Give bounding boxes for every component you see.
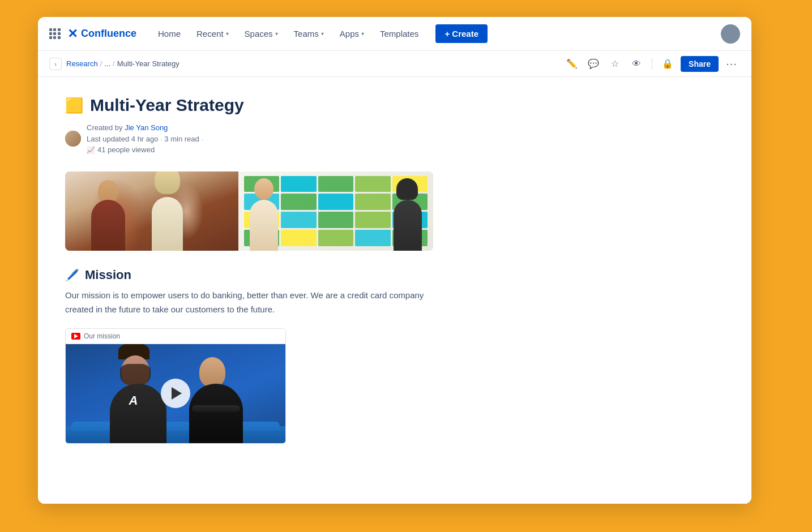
nav-templates[interactable]: Templates bbox=[374, 24, 424, 43]
mission-emoji: 🖊️ bbox=[65, 268, 79, 282]
chevron-down-icon: ▾ bbox=[275, 31, 278, 37]
app-switcher-icon[interactable] bbox=[49, 28, 61, 40]
nav-spaces[interactable]: Spaces ▾ bbox=[239, 24, 284, 43]
couch bbox=[66, 426, 285, 443]
confluence-logo[interactable]: ✕ Confluence bbox=[67, 28, 136, 40]
created-by-label: Created by bbox=[87, 123, 123, 132]
video-person-2 bbox=[189, 347, 246, 443]
person-silhouette-1 bbox=[91, 177, 131, 251]
divider bbox=[652, 58, 652, 70]
watch-icon[interactable]: 👁 bbox=[628, 55, 645, 72]
navbar: ✕ Confluence Home Recent ▾ Spaces ▾ Team… bbox=[38, 17, 751, 51]
page-title: Multi-Year Strategy bbox=[90, 95, 244, 115]
chevron-down-icon: ▾ bbox=[361, 31, 364, 37]
mission-heading: Mission bbox=[85, 268, 131, 282]
hero-image-right bbox=[238, 171, 434, 251]
user-avatar[interactable] bbox=[721, 24, 740, 44]
mission-text: Our mission is to empower users to do ba… bbox=[65, 288, 428, 317]
more-options-button[interactable]: ··· bbox=[723, 55, 740, 72]
breadcrumb-research[interactable]: Research bbox=[66, 59, 98, 68]
page-meta: Created by Jie Yan Song Last updated 4 h… bbox=[65, 122, 724, 156]
author-avatar[interactable] bbox=[65, 131, 81, 147]
breadcrumb-bar: › Research / ... / Multi-Year Strategy ✏… bbox=[38, 51, 751, 77]
person-silhouette-3 bbox=[250, 177, 278, 251]
comment-icon[interactable]: 💬 bbox=[585, 55, 602, 72]
meta-text: Created by Jie Yan Song Last updated 4 h… bbox=[87, 122, 203, 156]
hero-image-left bbox=[65, 171, 238, 251]
nav-apps[interactable]: Apps ▾ bbox=[334, 24, 370, 43]
browser-window: ✕ Confluence Home Recent ▾ Spaces ▾ Team… bbox=[38, 17, 751, 504]
atlassian-logo-icon bbox=[129, 393, 145, 411]
chevron-down-icon: ▾ bbox=[226, 31, 229, 37]
play-icon bbox=[172, 387, 182, 400]
breadcrumb-sep-2: / bbox=[113, 59, 115, 68]
video-thumbnail[interactable] bbox=[66, 344, 285, 443]
video-title: Our mission bbox=[84, 332, 120, 340]
person-silhouette-4 bbox=[394, 177, 422, 251]
create-button[interactable]: + Create bbox=[435, 24, 488, 43]
hero-image bbox=[65, 171, 433, 251]
sidebar-toggle[interactable]: › bbox=[49, 58, 62, 70]
author-avatar-image bbox=[65, 131, 81, 147]
breadcrumb-current: Multi-Year Strategy bbox=[117, 59, 180, 68]
read-time: 3 min read bbox=[164, 135, 199, 143]
page-title-row: 🟨 Multi-Year Strategy bbox=[65, 95, 724, 115]
last-updated: Last updated 4 hr ago bbox=[87, 135, 159, 143]
views-count: 📈 41 people viewed bbox=[87, 144, 203, 156]
star-icon[interactable]: ☆ bbox=[606, 55, 623, 72]
lock-icon[interactable]: 🔒 bbox=[659, 55, 676, 72]
chevron-down-icon: ▾ bbox=[321, 31, 324, 37]
breadcrumb-sep-1: / bbox=[100, 59, 102, 68]
youtube-icon bbox=[71, 333, 80, 340]
breadcrumb-actions: ✏️ 💬 ☆ 👁 🔒 Share ··· bbox=[563, 55, 740, 72]
logo-x-icon: ✕ bbox=[67, 28, 78, 40]
nav-teams[interactable]: Teams ▾ bbox=[288, 24, 330, 43]
nav-recent[interactable]: Recent ▾ bbox=[191, 24, 234, 43]
edit-icon[interactable]: ✏️ bbox=[563, 55, 580, 72]
author-link[interactable]: Jie Yan Song bbox=[125, 123, 168, 132]
mission-title-row: 🖊️ Mission bbox=[65, 268, 724, 282]
person-silhouette-2 bbox=[152, 171, 186, 251]
title-emoji: 🟨 bbox=[65, 98, 83, 113]
nav-home[interactable]: Home bbox=[152, 24, 186, 43]
play-button[interactable] bbox=[161, 379, 190, 408]
page-content: 🟨 Multi-Year Strategy Created by Jie Yan… bbox=[38, 77, 751, 504]
chart-icon: 📈 bbox=[87, 145, 95, 155]
breadcrumb: Research / ... / Multi-Year Strategy bbox=[66, 59, 559, 68]
video-embed[interactable]: Our mission bbox=[65, 328, 286, 444]
breadcrumb-ellipsis[interactable]: ... bbox=[104, 59, 110, 68]
share-button[interactable]: Share bbox=[681, 56, 719, 72]
logo-text: Confluence bbox=[81, 28, 136, 40]
video-label-bar: Our mission bbox=[66, 329, 285, 344]
